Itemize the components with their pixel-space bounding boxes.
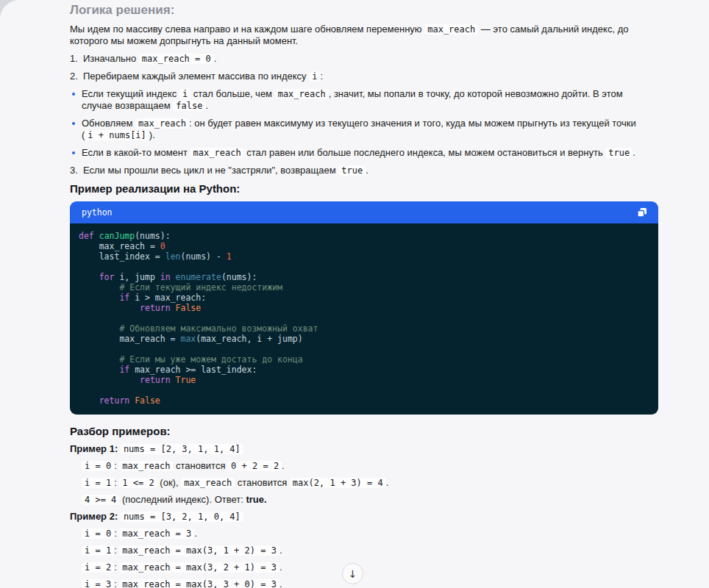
logic-step-text: Если мы прошли весь цикл и не "застряли"…: [83, 165, 368, 176]
code-block-body: def canJump(nums): max_reach = 0 last_in…: [70, 223, 658, 415]
example-item-text: i = 0: max_reach становится 0 + 2 = 2.: [82, 460, 285, 471]
copy-icon: [637, 207, 647, 218]
logic-bullet-text: Обновляем max_reach: он будет равен макс…: [82, 118, 636, 140]
bullet-dot-icon: [72, 151, 75, 154]
example-item-text: i = 2: max_reach = max(3, 2 + 1) = 3.: [82, 562, 282, 573]
example-1-item: 4 >= 4 (последний индекс). Ответ: true.: [70, 493, 658, 506]
logic-step-text: Изначально max_reach = 0.: [83, 53, 216, 64]
chat-response-panel: Логика решения: Мы идем по массиву слева…: [0, 0, 709, 588]
bullet-dot-icon: [72, 93, 75, 96]
example-item-text: i = 0: max_reach = 3.: [82, 528, 197, 539]
list-number: 2.: [70, 71, 78, 82]
logic-bullet-text: Если текущий индекс i стал больше, чем m…: [82, 88, 623, 111]
logic-bullet-2: Обновляем max_reach: он будет равен макс…: [70, 118, 655, 141]
logic-step-2: 2. Перебираем каждый элемент массива по …: [70, 71, 655, 82]
list-number: 3.: [70, 165, 78, 176]
example-item-text: 4 >= 4 (последний индекс). Ответ: true.: [82, 494, 267, 505]
section-heading-examples: Разбор примеров:: [70, 425, 658, 438]
code-block-header: python: [70, 201, 658, 223]
scroll-to-bottom-button[interactable]: ↓: [342, 563, 363, 584]
code-language-label: python: [82, 207, 113, 218]
section-heading-python-example: Пример реализации на Python:: [70, 182, 658, 196]
section-heading-logic: Логика решения:: [70, 3, 658, 18]
intro-paragraph: Мы идем по массиву слева направо и на ка…: [70, 24, 655, 47]
bullet-dot-icon: [72, 122, 75, 125]
example-2-item: i = 3: max_reach = max(3, 3 + 0) = 3.: [70, 578, 658, 588]
code-block: python def canJump(nums): max_reach = 0 …: [70, 201, 658, 415]
arrow-down-icon: ↓: [349, 568, 357, 580]
logic-step-1: 1. Изначально max_reach = 0.: [70, 53, 655, 65]
example-item-text: i = 1: max_reach = max(3, 1 + 2) = 3.: [82, 545, 282, 556]
example-1-item: i = 1: 1 <= 2 (ок), max_reach становится…: [70, 476, 658, 490]
example-2-item: i = 1: max_reach = max(3, 1 + 2) = 3.: [70, 544, 658, 557]
example-2-item: i = 0: max_reach = 3.: [70, 527, 658, 540]
python-code: def canJump(nums): max_reach = 0 last_in…: [79, 231, 649, 406]
example-2-title: Пример 2: nums = [3, 2, 1, 0, 4]: [70, 510, 658, 523]
example-1-item: i = 0: max_reach становится 0 + 2 = 2.: [70, 459, 658, 473]
logic-bullet-text: Если в какой-то момент max_reach стал ра…: [82, 147, 635, 158]
copy-code-button[interactable]: [635, 206, 649, 219]
logic-step-3: 3. Если мы прошли весь цикл и не "застря…: [70, 165, 655, 176]
logic-step-text: Перебираем каждый элемент массива по инд…: [83, 71, 323, 82]
example-item-text: i = 3: max_reach = max(3, 3 + 0) = 3.: [82, 578, 282, 588]
example-item-text: i = 1: 1 <= 2 (ок), max_reach становится…: [82, 477, 388, 488]
example-1-title: Пример 1: nums = [2, 3, 1, 1, 4]: [70, 442, 658, 456]
example-2-item: i = 2: max_reach = max(3, 2 + 1) = 3.: [70, 561, 658, 574]
logic-bullet-3: Если в какой-то момент max_reach стал ра…: [70, 147, 655, 159]
logic-bullet-1: Если текущий индекс i стал больше, чем m…: [70, 88, 655, 112]
list-number: 1.: [70, 53, 78, 65]
